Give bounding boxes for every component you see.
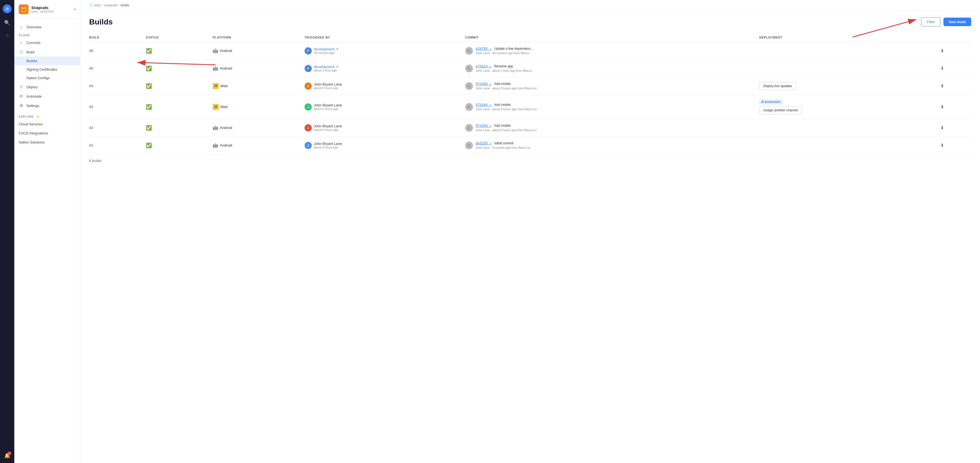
download-cell: ⬇ (940, 136, 971, 154)
sidebar-item-native-configs[interactable]: Native Configs (14, 74, 80, 82)
col-commit: COMMIT (465, 33, 759, 42)
status-cell: ✅ (146, 119, 213, 136)
assign-channel-button[interactable]: Assign another channel (759, 106, 802, 114)
commit-message: Add mobile (494, 124, 511, 128)
new-build-button[interactable]: New build (943, 17, 971, 26)
commit-meta: John Lane · about 9 hours ago from Ꮢmast… (476, 128, 537, 132)
download-icon[interactable]: ⬇ (940, 66, 944, 71)
status-cell: ✅ (146, 95, 213, 119)
app-name: Snapcats (31, 5, 71, 10)
app-info: Snapcats Ionic · a41075c0 (31, 5, 71, 13)
commit-info: e78d14 ↗ Rename app John Lane · about 1 … (476, 64, 532, 73)
triggered-by: ⚡ development ↗ about 1 hour ago (305, 65, 461, 72)
deploy-live-button[interactable]: Deploy live updates (759, 82, 796, 90)
breadcrumb-ionic[interactable]: ionic (94, 3, 101, 7)
download-cell: ⬇ (940, 95, 971, 119)
build-number-cell: #3 (89, 95, 146, 119)
home-icon[interactable]: ⌂ (6, 32, 9, 38)
commit-hash-link[interactable]: ded250 ↗ (476, 141, 492, 146)
commit-hash-link[interactable]: 97d3dd ↗ (476, 124, 492, 128)
sidebar-item-commits[interactable]: ○ Commits (14, 38, 80, 47)
deployment-cell-outer (759, 42, 940, 60)
commit-cell: JL ded250 ↗ Initial commit John Lane · 6… (465, 141, 755, 149)
commit-hash-link[interactable]: e2df88 ↗ (476, 47, 492, 51)
breadcrumb-snapcats[interactable]: snapcats (104, 3, 118, 7)
web-icon: JS (213, 104, 219, 110)
trigger-time: about 1 hour ago (314, 69, 339, 72)
explore-section: EXPLORE ✨ Cloud Services CI/CD Integrati… (14, 110, 80, 149)
commit-cell-outer: JL ded250 ↗ Initial commit John Lane · 6… (465, 136, 759, 154)
platform-badge: JS Web (213, 104, 228, 110)
icon-bar: ⊙ 🔍 ⌂ 🔔 1 (0, 0, 14, 463)
sidebar-item-builds-label: Builds (26, 59, 37, 63)
sidebar-item-commits-label: Commits (26, 41, 40, 45)
sidebar-item-cicd[interactable]: CI/CD Integrations (14, 128, 80, 138)
download-cell: ⬇ (940, 119, 971, 136)
sidebar-item-automate[interactable]: ⟳ Automate (14, 92, 80, 101)
sidebar-item-build[interactable]: ⬡ Build (14, 47, 80, 57)
sidebar-item-deploy-label: Deploy (26, 85, 37, 89)
sidebar-item-settings[interactable]: ⚙ Settings (14, 101, 80, 110)
status-cell: ✅ (146, 60, 213, 77)
trigger-avatar: J (305, 124, 312, 132)
trigger-name: John Bryant Lane (314, 82, 342, 86)
commit-cell: JL 97d3dd ↗ Add mobile John Lane · about… (465, 103, 755, 111)
android-icon: 🤖 (213, 143, 218, 148)
trigger-channel-link[interactable]: development ↗ (314, 65, 339, 69)
build-number-cell: #6 (89, 42, 146, 60)
sidebar-item-signing-certs[interactable]: Signing Certificates (14, 65, 80, 74)
filter-button[interactable]: Filter (921, 17, 941, 26)
app-logo[interactable]: ⊙ (3, 5, 11, 13)
trigger-info: John Bryant Lane about 8 hours ago (314, 124, 342, 132)
build-number-cell: #5 (89, 60, 146, 77)
breadcrumb: 📄 ionic / snapcats / builds (80, 0, 980, 11)
trigger-info: development ↗ about 1 hour ago (314, 65, 339, 72)
android-icon: 🤖 (213, 125, 218, 130)
sidebar: 🐱 Snapcats Ionic · a41075c0 ▾ ⌂ Overview… (14, 0, 80, 463)
deployment-cell-outer: Deploy live updates (759, 77, 940, 95)
commit-hash-link[interactable]: 97d3dd ↗ (476, 103, 492, 107)
sidebar-item-native-solutions[interactable]: Native Solutions (14, 138, 80, 147)
commit-hash-link[interactable]: 97d3dd ↗ (476, 82, 492, 86)
platform-cell: 🤖 Android (213, 136, 305, 154)
app-icon: 🐱 (19, 5, 29, 14)
download-icon[interactable]: ⬇ (940, 84, 944, 88)
trigger-time: about 5 hours ago (314, 86, 342, 90)
download-icon[interactable]: ⬇ (940, 105, 944, 109)
sidebar-item-build-label: Build (26, 50, 34, 54)
status-icon: ✅ (146, 66, 152, 71)
commit-cell-outer: JL e2df88 ↗ Update a few dependenc... Jo… (465, 42, 759, 60)
triggered-by: ⚡ development ↗ 39 minutes ago (305, 47, 461, 54)
triggered-by: J John Bryant Lane about 5 hours ago (305, 82, 461, 90)
download-icon[interactable]: ⬇ (940, 143, 944, 147)
col-triggered-by: TRIGGERED BY (305, 33, 465, 42)
status-cell: ✅ (146, 77, 213, 95)
commit-avatar: JL (465, 103, 473, 111)
search-icon[interactable]: 🔍 (4, 20, 10, 26)
cloud-section-label: CLOUD (14, 32, 80, 38)
commit-hash-link[interactable]: e78d14 ↗ (476, 64, 492, 68)
sidebar-item-settings-label: Settings (26, 104, 39, 108)
download-icon[interactable]: ⬇ (940, 48, 944, 53)
download-cell: ⬇ (940, 77, 971, 95)
commit-meta: John Lane · about 9 hours ago from Ꮢmast… (476, 108, 537, 111)
trigger-channel-link[interactable]: development ↗ (314, 47, 339, 51)
android-icon: 🤖 (213, 48, 218, 53)
download-icon[interactable]: ⬇ (940, 125, 944, 130)
col-deployment: DEPLOYMENT (759, 33, 940, 42)
sidebar-item-deploy[interactable]: ▽ Deploy (14, 82, 80, 92)
build-number: #6 (89, 49, 93, 53)
commit-info: ded250 ↗ Initial commit John Lane · 6 mo… (476, 141, 531, 149)
explore-label: EXPLORE ✨ (14, 113, 80, 120)
commit-avatar: JL (465, 47, 473, 55)
main-content: 📄 ionic / snapcats / builds Builds Filte… (80, 0, 980, 463)
sidebar-item-cloud-services[interactable]: Cloud Services (14, 120, 80, 128)
sidebar-item-builds[interactable]: Builds (14, 57, 80, 65)
build-number-cell: #2 (89, 119, 146, 136)
build-number: #2 (89, 126, 93, 130)
chevron-down-icon[interactable]: ▾ (74, 8, 76, 11)
build-number-cell: #4 (89, 77, 146, 95)
triggered-by-cell: J John Bryant Lane about 6 hours ago (305, 95, 465, 119)
notification-bell[interactable]: 🔔 1 (4, 453, 10, 458)
sidebar-item-overview[interactable]: ⌂ Overview (14, 22, 80, 32)
